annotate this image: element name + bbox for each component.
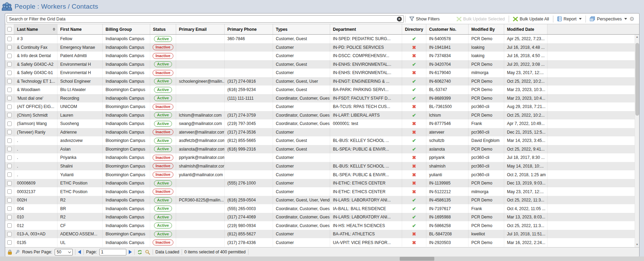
scroll-down-icon[interactable]: ▼ (635, 242, 639, 247)
page-number-input[interactable] (99, 249, 126, 255)
column-header-first-name[interactable]: First Name (57, 24, 103, 34)
cell-primary-email (176, 52, 225, 60)
status-badge: Inactive (153, 104, 174, 110)
column-header-last-name[interactable]: Last Name (14, 24, 57, 34)
grid-row[interactable]: (Chism) SchmidtLaurenIndianapolis Campus… (5, 111, 635, 120)
row-checkbox[interactable] (7, 37, 12, 41)
grid-row[interactable]: & Info desk DentalPatient AdmittiIndiana… (5, 52, 635, 60)
settings-gear-icon[interactable]: ⚙ (629, 16, 634, 22)
scroll-up-icon[interactable]: ▲ (635, 35, 639, 39)
grid-row[interactable]: .PriyankaIndianapolis CampusInactiveppri… (5, 153, 635, 162)
grid-row[interactable]: # 3FellowIndianapolis CampusActive360-78… (5, 35, 635, 43)
horizontal-scrollbar[interactable] (0, 256, 644, 261)
cell-directory: ✔ (402, 204, 426, 213)
grid-row[interactable]: 00032137ETHC PositionIndianapolis Campus… (5, 187, 635, 196)
report-button[interactable]: Report (555, 16, 584, 21)
directory-check-icon: ✔ (412, 112, 416, 118)
column-header-primary-phone[interactable]: Primary Phone (225, 24, 273, 34)
grid-row[interactable]: 010R2Indianapolis CampusActive(317) 274-… (5, 213, 635, 222)
grid-row[interactable]: .AslanBloomington CampusActiveaslanota@m… (5, 145, 635, 154)
show-filters-button[interactable]: Show Filters (407, 17, 442, 21)
refresh-icon[interactable] (137, 250, 143, 255)
row-checkbox[interactable] (7, 223, 12, 228)
row-checkbox[interactable] (7, 71, 12, 75)
search-input[interactable] (7, 15, 404, 23)
grid-row[interactable]: 'Must dial one'RecordingIndianapolis Cam… (5, 94, 635, 103)
clear-search-icon[interactable]: ✕ (397, 17, 402, 21)
column-header-customer-no[interactable]: Customer No. (426, 24, 469, 34)
cell-status: Active (150, 221, 176, 230)
toolbar: ✕ Show Filters Bulk Update Selected Bulk… (5, 14, 639, 24)
grid-row[interactable]: .YuliantiBloomington CampusInactiveyulia… (5, 170, 635, 179)
lock-icon[interactable] (8, 250, 12, 255)
grid-row[interactable]: (AIT OFFICE) EIG...UNICOMBloomington Cam… (5, 102, 635, 111)
grid-row[interactable]: 00006609ETHC PositionIndianapolis Campus… (5, 179, 635, 188)
row-checkbox[interactable] (7, 122, 12, 126)
next-page-icon[interactable] (129, 250, 132, 254)
grid-row[interactable]: & Safety G043C-A2Environmental HIndianap… (5, 60, 635, 69)
column-header-modified-by[interactable]: Modified By (469, 24, 504, 34)
chevron-down-icon (579, 18, 582, 20)
row-checkbox[interactable] (7, 172, 12, 177)
cell-types: Customer (273, 187, 330, 196)
row-checkbox[interactable] (7, 198, 12, 202)
column-header-modified-date[interactable]: Modified Date (504, 24, 547, 34)
column-header-types[interactable]: Types (273, 24, 330, 34)
row-checkbox[interactable] (7, 79, 12, 83)
grid-row[interactable]: & Safety G043C-b1Environmental HIndianap… (5, 69, 635, 77)
row-checkbox[interactable] (7, 138, 12, 143)
rows-per-page-select[interactable]: 50 (55, 249, 73, 255)
column-header-billing-group[interactable]: Billing Group (103, 24, 150, 34)
grid-row[interactable]: .asdvxzcvewBloomington CampusActiveasdfe… (5, 136, 635, 145)
row-checkbox[interactable] (7, 113, 12, 117)
row-checkbox[interactable] (7, 206, 12, 211)
grid-row[interactable]: (Samson) WangSuoshengIndianapolis Campus… (5, 119, 635, 128)
vertical-scrollbar-thumb[interactable] (635, 43, 639, 116)
row-checkbox[interactable] (7, 232, 12, 236)
row-checkbox[interactable] (7, 62, 12, 66)
row-checkbox[interactable] (7, 240, 12, 245)
row-checkbox[interactable] (7, 54, 12, 58)
grid-row[interactable]: & Continuity FaxEmergency ManaeIndianapo… (5, 43, 635, 52)
grid-row[interactable]: .ShaliniBloomington CampusInactiveshalmi… (5, 162, 635, 171)
grid-row[interactable]: 0135ULIndianapolis CampusInactive(317) 2… (5, 238, 635, 247)
bulk-update-selected-button[interactable]: Bulk Update Selected (454, 17, 507, 21)
cell-billing-group: Indianapolis Campus (103, 60, 150, 69)
directory-x-icon: ✖ (412, 53, 416, 58)
cell-directory: ✖ (402, 52, 426, 60)
grid-row[interactable]: & WoodlawnBlu Lt AtwaterBloomington Camp… (5, 86, 635, 94)
grid-row[interactable]: & Technology ET 1...School EngineerIndia… (5, 77, 635, 86)
column-header-label: Primary Email (179, 27, 207, 32)
row-checkbox[interactable] (7, 164, 12, 168)
perspectives-button[interactable]: Perspectives (587, 16, 629, 21)
cell-first-name: Environmental H (57, 69, 103, 77)
grid-row[interactable]: 013-A, 003+ADADEMCO ASSEM...Bloomington … (5, 230, 635, 238)
grid-row[interactable]: (Terveer) RanlyAdrienneIndianapolis Camp… (5, 128, 635, 137)
row-checkbox[interactable] (7, 147, 12, 151)
column-header-primary-email[interactable]: Primary Email (176, 24, 225, 34)
column-header-status[interactable]: Status (150, 24, 176, 34)
row-checkbox[interactable] (7, 105, 12, 109)
vertical-scrollbar[interactable]: ▲ ▼ (635, 35, 639, 247)
grid-row[interactable]: 012CFIndianapolis CampusActive(219) 980-… (5, 221, 635, 230)
select-all-checkbox[interactable] (7, 27, 12, 32)
row-checkbox[interactable] (7, 130, 12, 134)
row-checkbox[interactable] (7, 96, 12, 100)
key-icon[interactable] (15, 250, 20, 255)
row-checkbox[interactable] (7, 189, 12, 194)
row-checkbox[interactable] (7, 155, 12, 160)
column-header-label: Customer No. (429, 27, 456, 32)
previous-page-icon[interactable] (78, 250, 81, 254)
horizontal-scrollbar-thumb[interactable] (400, 257, 434, 261)
row-checkbox[interactable] (7, 45, 12, 50)
column-header-department[interactable]: Department (330, 24, 402, 34)
row-checkbox[interactable] (7, 215, 12, 219)
row-checkbox[interactable] (7, 181, 12, 186)
column-header-directory[interactable]: Directory (402, 24, 426, 34)
row-checkbox[interactable] (7, 88, 12, 92)
bulk-update-all-button[interactable]: Bulk Update All (510, 17, 552, 21)
cell-types: Coordinator, Customer, Gues... (273, 111, 330, 120)
grid-row[interactable]: 004BRIndianapolis CampusActive(555) 265-… (5, 204, 635, 213)
grid-row[interactable]: 002HR2Indianapolis CampusActivePCR360-82… (5, 196, 635, 205)
magnifier-icon[interactable] (145, 250, 150, 255)
